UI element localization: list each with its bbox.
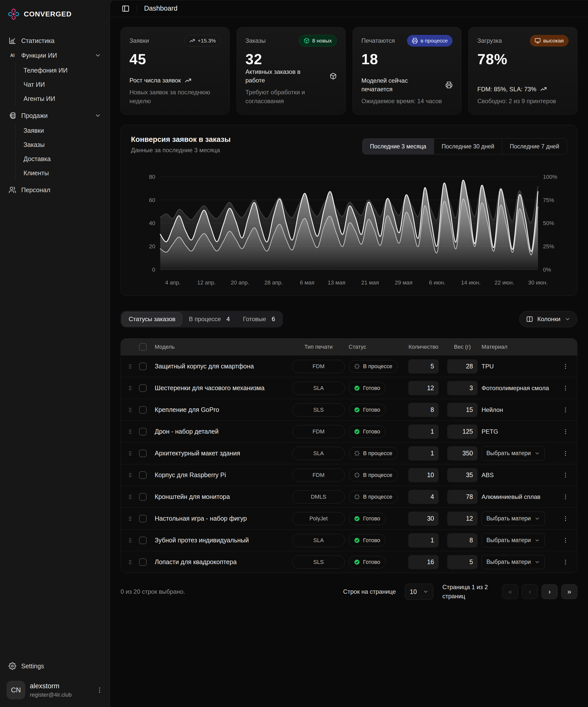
print-type-pill[interactable]: SLS — [292, 403, 345, 416]
print-type-pill[interactable]: FDM — [292, 469, 345, 482]
weight-input[interactable]: 350 — [447, 446, 478, 461]
print-type-pill[interactable]: PolyJet — [292, 512, 345, 525]
row-menu-dots-icon[interactable] — [562, 385, 569, 392]
first-page-button[interactable]: « — [502, 584, 518, 599]
rows-per-page-select[interactable]: 10 — [405, 583, 433, 600]
row-checkbox[interactable] — [139, 449, 147, 457]
print-type-pill[interactable]: FDM — [292, 360, 345, 373]
drag-handle-icon[interactable] — [128, 494, 133, 500]
material-select[interactable]: Выбрать матери — [482, 555, 545, 569]
drag-handle-icon[interactable] — [128, 407, 133, 413]
sidebar-group-ai[interactable]: AI Функции ИИ — [5, 48, 105, 63]
dashboard-content: Заявки +15.3% 45 Рост числа заявок Новых… — [110, 17, 588, 611]
sidebar-item-staff[interactable]: Персонал — [5, 182, 105, 197]
print-type-pill[interactable]: FDM — [292, 425, 345, 438]
status-cell: Готово — [349, 512, 404, 525]
row-checkbox[interactable] — [139, 406, 147, 414]
row-checkbox[interactable] — [139, 515, 147, 523]
print-type-pill[interactable]: SLA — [292, 447, 345, 460]
print-type-pill[interactable]: DMLS — [292, 490, 345, 503]
columns-button[interactable]: Колонки — [519, 311, 577, 327]
weight-input[interactable]: 12 — [447, 511, 478, 526]
weight-input[interactable]: 125 — [447, 425, 478, 439]
tab-last-30-days[interactable]: Последние 30 дней — [434, 139, 502, 154]
row-menu-dots-icon[interactable] — [562, 450, 569, 457]
sidebar-item-requests[interactable]: Заявки — [15, 124, 105, 138]
tab-done[interactable]: Готовые 6 — [236, 312, 282, 326]
row-checkbox[interactable] — [139, 537, 147, 544]
quantity-input[interactable]: 12 — [408, 381, 439, 395]
quantity-input[interactable]: 1 — [408, 425, 439, 439]
weight-input[interactable]: 5 — [447, 555, 478, 569]
weight-input[interactable]: 28 — [447, 359, 478, 373]
drag-handle-icon[interactable] — [128, 385, 133, 391]
sidebar-item-settings[interactable]: Settings — [5, 659, 105, 674]
drag-handle-icon[interactable] — [128, 429, 133, 434]
print-type-pill[interactable]: SLS — [292, 556, 345, 569]
row-menu-dots-icon[interactable] — [562, 515, 569, 522]
quantity-input[interactable]: 4 — [408, 490, 439, 504]
row-menu-dots-icon[interactable] — [562, 428, 569, 435]
status-label: В процессе — [363, 494, 392, 500]
quantity-input[interactable]: 10 — [408, 468, 439, 482]
sidebar-item-statistics[interactable]: Статистика — [5, 33, 105, 48]
last-page-button[interactable]: » — [561, 584, 577, 599]
chevron-down-icon — [534, 538, 540, 543]
select-all-checkbox[interactable] — [139, 343, 147, 351]
stat-primary-icon — [540, 86, 547, 93]
row-checkbox[interactable] — [139, 363, 147, 370]
material-select[interactable]: Выбрать матери — [482, 446, 545, 461]
row-menu-dots-icon[interactable] — [562, 407, 569, 413]
quantity-input[interactable]: 1 — [408, 533, 439, 547]
row-menu-dots-icon[interactable] — [562, 363, 569, 370]
tab-in-progress[interactable]: В процессе 4 — [182, 312, 236, 326]
tab-last-7-days[interactable]: Последние 7 дней — [502, 139, 567, 154]
row-menu-dots-icon[interactable] — [562, 472, 569, 478]
material-cell: Выбрать матери — [482, 555, 557, 569]
prev-page-button[interactable]: ‹ — [522, 584, 538, 599]
drag-handle-icon[interactable] — [128, 538, 133, 543]
drag-handle-icon[interactable] — [128, 516, 133, 521]
tab-last-3-months[interactable]: Последние 3 месяца — [362, 139, 434, 154]
table-row: Дрон - набор деталей FDM Готово 1 125 PE… — [121, 420, 577, 442]
row-menu-dots-icon[interactable] — [562, 559, 569, 565]
material-select[interactable]: Выбрать матери — [482, 533, 545, 547]
quantity-input[interactable]: 5 — [408, 359, 439, 373]
user-card[interactable]: CN alexstorm register@4ir.club — [5, 681, 105, 699]
quantity-input[interactable]: 16 — [408, 555, 439, 569]
row-checkbox[interactable] — [139, 558, 147, 566]
weight-input[interactable]: 78 — [447, 490, 478, 504]
row-checkbox[interactable] — [139, 384, 147, 392]
sidebar-item-orders[interactable]: Заказы — [15, 138, 105, 152]
row-menu-dots-icon[interactable] — [562, 537, 569, 544]
quantity-input[interactable]: 8 — [408, 403, 439, 417]
quantity-input[interactable]: 1 — [408, 446, 439, 461]
sidebar-item-chat-ai[interactable]: Чат ИИ — [15, 77, 105, 92]
print-type-pill[interactable]: SLA — [292, 534, 345, 547]
chevron-down-icon — [534, 450, 540, 456]
print-type-pill[interactable]: SLA — [292, 381, 345, 395]
weight-input[interactable]: 8 — [447, 533, 478, 547]
weight-input[interactable]: 15 — [447, 403, 478, 417]
sidebar-item-telephony-ai[interactable]: Телефония ИИ — [15, 63, 105, 77]
drag-handle-icon[interactable] — [128, 450, 133, 456]
sidebar-item-delivery[interactable]: Доставка — [15, 152, 105, 166]
sidebar-item-clients[interactable]: Клиенты — [15, 166, 105, 180]
sidebar-group-sales[interactable]: $ Продажи — [5, 108, 105, 123]
drag-handle-icon[interactable] — [128, 559, 133, 565]
weight-input[interactable]: 35 — [447, 468, 478, 482]
tab-order-statuses[interactable]: Статусы заказов — [122, 312, 182, 326]
drag-handle-icon[interactable] — [128, 364, 133, 369]
drag-handle-icon[interactable] — [128, 472, 133, 478]
quantity-input[interactable]: 30 — [408, 511, 439, 526]
sidebar-item-agents-ai[interactable]: Агенты ИИ — [15, 92, 105, 106]
row-checkbox[interactable] — [139, 493, 147, 501]
row-menu-dots-icon[interactable] — [562, 494, 569, 500]
user-menu-dots-icon[interactable] — [96, 686, 103, 694]
sidebar-toggle-icon[interactable] — [122, 5, 130, 13]
row-checkbox[interactable] — [139, 471, 147, 479]
next-page-button[interactable]: › — [542, 584, 558, 599]
row-checkbox[interactable] — [139, 428, 147, 435]
material-select[interactable]: Выбрать матери — [482, 511, 545, 526]
weight-input[interactable]: 3 — [447, 381, 478, 395]
